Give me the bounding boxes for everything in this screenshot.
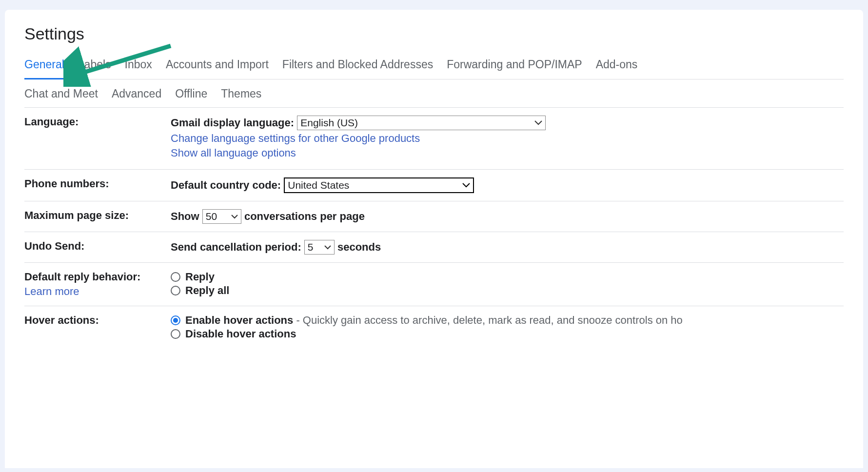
- undo-suffix: seconds: [337, 241, 381, 253]
- reply-radio-reply-all[interactable]: [171, 286, 180, 295]
- country-code-value: United States: [288, 179, 349, 191]
- tab-forwarding-pop-imap[interactable]: Forwarding and POP/IMAP: [447, 55, 582, 79]
- tab-chat-meet[interactable]: Chat and Meet: [24, 87, 98, 100]
- tab-inbox[interactable]: Inbox: [125, 55, 152, 79]
- section-language: Language: Gmail display language: Englis…: [24, 108, 844, 170]
- page-size-suffix: conversations per page: [244, 210, 365, 222]
- tab-addons[interactable]: Add-ons: [596, 55, 638, 79]
- page-size-label: Maximum page size:: [24, 209, 171, 224]
- chevron-down-icon: [462, 183, 470, 188]
- undo-label: Undo Send:: [24, 240, 171, 255]
- reply-radio-reply[interactable]: [171, 272, 180, 282]
- reply-learn-more-link[interactable]: Learn more: [24, 285, 166, 298]
- chevron-down-icon: [534, 120, 542, 125]
- tabs-row-2: Chat and Meet Advanced Offline Themes: [24, 79, 844, 108]
- tab-offline[interactable]: Offline: [175, 87, 207, 100]
- page-size-select[interactable]: 50: [202, 209, 241, 224]
- hover-radio-enable[interactable]: [171, 315, 180, 325]
- reply-option-reply: Reply: [185, 271, 215, 283]
- undo-value: 5: [308, 241, 314, 253]
- display-language-label: Gmail display language:: [171, 117, 294, 129]
- hover-label: Hover actions:: [24, 314, 171, 341]
- settings-page: Settings General Labels Inbox Accounts a…: [5, 10, 863, 468]
- section-hover-actions: Hover actions: Enable hover actions - Qu…: [24, 306, 844, 349]
- hover-enable-desc: - Quickly gain access to archive, delete…: [293, 314, 683, 326]
- tab-labels[interactable]: Labels: [78, 55, 111, 79]
- tab-advanced[interactable]: Advanced: [112, 87, 161, 100]
- change-language-link[interactable]: Change language settings for other Googl…: [171, 132, 420, 144]
- section-undo-send: Undo Send: Send cancellation period: 5 s…: [24, 232, 844, 263]
- undo-prefix: Send cancellation period:: [171, 241, 301, 253]
- section-page-size: Maximum page size: Show 50 conversations…: [24, 201, 844, 232]
- tab-general[interactable]: General: [24, 55, 64, 79]
- chevron-down-icon: [324, 245, 331, 250]
- tab-themes[interactable]: Themes: [221, 87, 261, 100]
- display-language-select[interactable]: English (US): [297, 116, 546, 130]
- display-language-value: English (US): [300, 117, 358, 129]
- country-code-label: Default country code:: [171, 179, 281, 191]
- page-title: Settings: [24, 24, 844, 43]
- hover-radio-disable[interactable]: [171, 329, 180, 339]
- tab-filters-blocked[interactable]: Filters and Blocked Addresses: [282, 55, 433, 79]
- show-all-language-link[interactable]: Show all language options: [171, 147, 296, 159]
- language-label: Language:: [24, 116, 171, 161]
- section-reply-behavior: Default reply behavior: Learn more Reply…: [24, 263, 844, 306]
- chevron-down-icon: [231, 215, 238, 219]
- hover-disable-label: Disable hover actions: [185, 328, 296, 340]
- undo-seconds-select[interactable]: 5: [304, 240, 335, 255]
- page-size-value: 50: [206, 211, 217, 222]
- reply-option-reply-all: Reply all: [185, 284, 229, 297]
- reply-label: Default reply behavior:: [24, 271, 140, 283]
- tab-accounts-import[interactable]: Accounts and Import: [166, 55, 269, 79]
- hover-enable-label: Enable hover actions: [185, 314, 293, 326]
- tabs-row-1: General Labels Inbox Accounts and Import…: [24, 55, 844, 79]
- page-size-show: Show: [171, 210, 199, 222]
- section-phone: Phone numbers: Default country code: Uni…: [24, 170, 844, 201]
- country-code-select[interactable]: United States: [284, 177, 474, 193]
- phone-label: Phone numbers:: [24, 177, 171, 193]
